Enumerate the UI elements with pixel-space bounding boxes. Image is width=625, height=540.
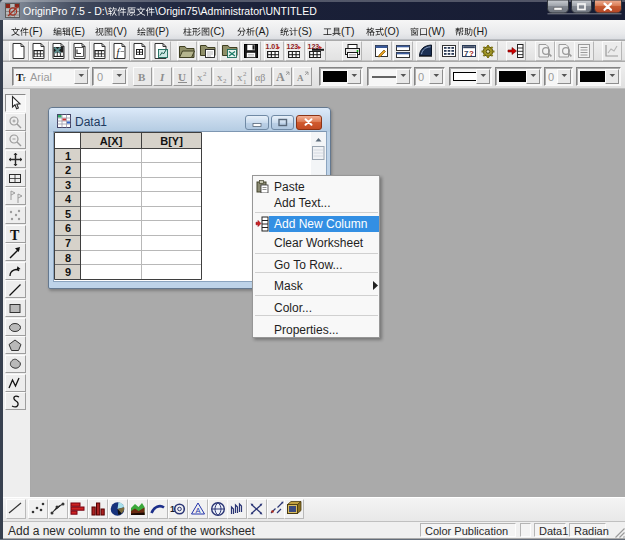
svg-text:(V): (V) — [113, 25, 127, 37]
svg-text:A: A — [297, 73, 304, 83]
svg-text:(O): (O) — [384, 25, 399, 37]
svg-text:5: 5 — [65, 208, 71, 220]
svg-text:123: 123 — [287, 43, 299, 50]
svg-text:I: I — [159, 71, 165, 83]
svg-text:(W): (W) — [428, 25, 445, 37]
svg-text:Arial: Arial — [30, 71, 52, 83]
svg-text:B[Y]: B[Y] — [160, 135, 183, 147]
svg-text:B: B — [138, 71, 146, 83]
svg-text:\Origin75\Administrator\UNTITL: \Origin75\Administrator\UNTITLED — [155, 5, 317, 17]
svg-text:2: 2 — [65, 164, 71, 176]
svg-text:(H): (H) — [473, 25, 488, 37]
svg-text:6: 6 — [65, 222, 71, 234]
svg-text:(E): (E) — [71, 25, 85, 37]
svg-text:U: U — [178, 71, 186, 83]
svg-text:A: A — [276, 70, 285, 84]
svg-text:A[X]: A[X] — [100, 135, 123, 147]
svg-text:2: 2 — [243, 70, 247, 78]
svg-text:1: 1 — [65, 150, 71, 162]
svg-text:(C): (C) — [210, 25, 225, 37]
svg-text:OriginPro 7.5 - D:\: OriginPro 7.5 - D:\ — [23, 5, 108, 17]
svg-text:αβ: αβ — [255, 72, 265, 83]
svg-text:4: 4 — [65, 193, 72, 205]
svg-text:(A): (A) — [255, 25, 269, 37]
svg-text:r: r — [23, 74, 26, 83]
svg-text:3: 3 — [65, 179, 71, 191]
svg-text:1: 1 — [243, 78, 247, 85]
svg-text:9: 9 — [65, 266, 71, 278]
svg-text:A: A — [196, 506, 201, 515]
svg-text:?: ? — [469, 49, 474, 58]
svg-text:8: 8 — [65, 252, 71, 264]
svg-text:(T): (T) — [341, 25, 354, 37]
svg-text:(S): (S) — [298, 25, 312, 37]
svg-text:123: 123 — [308, 43, 320, 50]
svg-text:(F): (F) — [29, 25, 42, 37]
svg-text:2: 2 — [203, 70, 207, 78]
svg-text:2: 2 — [223, 77, 227, 85]
svg-text:T: T — [10, 228, 20, 242]
svg-text:7: 7 — [65, 237, 71, 249]
svg-text:(P): (P) — [155, 25, 169, 37]
